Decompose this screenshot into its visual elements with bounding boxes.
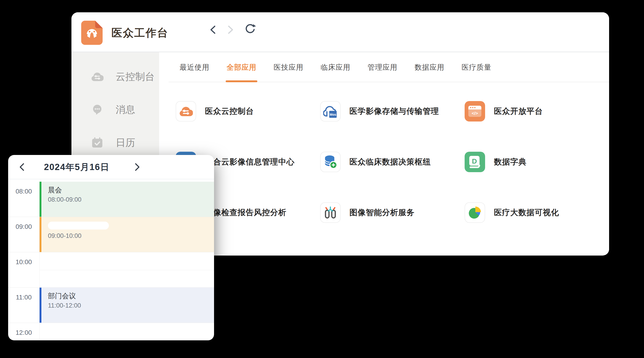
code-window-icon: </> [464, 101, 485, 122]
calendar-row-1000: 10:00 [8, 252, 214, 288]
app-label: 混合云影像信息管理中心 [205, 157, 294, 167]
chevron-right-icon [134, 169, 141, 173]
cloud-sliders-icon [176, 101, 196, 122]
event-title: 晨会 [48, 185, 214, 195]
app-label: 医疗大数据可视化 [494, 207, 559, 218]
app-logo-icon [81, 21, 102, 46]
svg-text:Mos: Mos [330, 113, 336, 116]
tab-data[interactable]: 数据应用 [414, 52, 444, 82]
app-label: 医学影像存储与传输管理 [350, 106, 439, 117]
app-content: 最近使用 全部应用 医技应用 临床应用 管理应用 数据应用 医疗质量 [159, 52, 609, 255]
tab-management[interactable]: 管理应用 [368, 52, 398, 82]
time-label: 10:00 [8, 252, 39, 287]
event-title: 部门会议 [48, 291, 214, 301]
app-clinical-data-hub[interactable]: 医众临床数据决策枢纽 [320, 152, 464, 172]
tab-all-apps[interactable]: 全部应用 [226, 52, 256, 82]
sidebar-item-label: 日历 [116, 136, 135, 149]
app-data-dictionary[interactable]: D 数据字典 [464, 152, 609, 172]
calendar-body: 08:00 晨会 08:00-09:00 09:00 09:00-10:00 [8, 179, 214, 340]
calendar-slot[interactable] [39, 252, 214, 287]
calendar-icon [91, 137, 104, 148]
tabs-bar: 最近使用 全部应用 医技应用 临床应用 管理应用 数据应用 医疗质量 [159, 52, 609, 82]
redacted-title-pill [48, 222, 109, 229]
chevron-left-icon [209, 32, 216, 36]
app-bigdata-viz[interactable]: 医疗大数据可视化 [464, 202, 609, 223]
sidebar-item-messages[interactable]: 消息 [72, 93, 159, 126]
app-pacs[interactable]: Mos 医学影像存储与传输管理 [320, 101, 464, 122]
calendar-slot[interactable]: 09:00-10:00 [39, 217, 214, 252]
app-label: 医众云控制台 [205, 106, 254, 117]
calendar-slot[interactable]: 部门会议 11:00-12:00 [39, 288, 214, 323]
calendar-next-button[interactable] [134, 162, 141, 173]
app-label: 医众开放平台 [494, 106, 543, 117]
cloud-console-icon [91, 72, 104, 82]
chevron-left-icon [18, 169, 25, 173]
app-title: 医众工作台 [112, 26, 168, 40]
app-label: 医众临床数据决策枢纽 [350, 157, 431, 167]
chevron-right-icon [227, 32, 235, 36]
app-label: 数据字典 [494, 157, 526, 167]
calendar-row-0900: 09:00 09:00-10:00 [8, 217, 214, 252]
calendar-prev-button[interactable] [18, 162, 25, 173]
app-open-platform[interactable]: </> 医众开放平台 [464, 101, 609, 122]
event-time: 09:00-10:00 [48, 232, 214, 239]
calendar-date: 2024年5月16日 [30, 155, 123, 179]
dictionary-book-icon: D [464, 152, 485, 172]
app-label: 图像智能分析服务 [350, 207, 414, 218]
tab-medtech[interactable]: 医技应用 [274, 52, 304, 82]
event-redacted[interactable]: 09:00-10:00 [40, 217, 214, 252]
refresh-icon [244, 33, 256, 36]
pie-chart-icon [464, 202, 485, 223]
time-label: 12:00 [8, 323, 39, 340]
calendar-row-1200: 12:00 [8, 323, 214, 340]
tab-quality[interactable]: 医疗质量 [462, 52, 492, 82]
event-department-meeting[interactable]: 部门会议 11:00-12:00 [40, 288, 214, 323]
lungs-ai-icon [320, 202, 340, 223]
event-morning-meeting[interactable]: 晨会 08:00-09:00 [40, 182, 214, 217]
app-image-ai[interactable]: 图像智能分析服务 [320, 202, 464, 223]
forward-button[interactable] [227, 24, 235, 36]
calendar-slot[interactable] [39, 323, 214, 340]
tab-clinical[interactable]: 临床应用 [320, 52, 350, 82]
sidebar-item-label: 消息 [116, 103, 135, 116]
app-grid: 医众云控制台 Mos 医学影像存储与传输管理 [159, 82, 609, 253]
event-time: 11:00-12:00 [48, 302, 214, 309]
window-header: 医众工作台 [72, 12, 609, 52]
app-label: 影像检查报告风控分析 [205, 207, 286, 218]
time-label: 09:00 [8, 217, 39, 252]
calendar-panel: 2024年5月16日 08:00 晨会 08:00-09:00 09:00 [8, 155, 214, 340]
time-label: 11:00 [8, 288, 39, 323]
calendar-slot[interactable]: 晨会 08:00-09:00 [39, 182, 214, 217]
calendar-row-0800: 08:00 晨会 08:00-09:00 [8, 182, 214, 217]
cloud-mos-icon: Mos [320, 101, 340, 122]
svg-text:</>: </> [472, 111, 478, 116]
calendar-row-1100: 11:00 部门会议 11:00-12:00 [8, 288, 214, 323]
sidebar-item-cloud-console[interactable]: 云控制台 [72, 60, 159, 93]
back-button[interactable] [209, 24, 216, 36]
database-plus-icon [320, 152, 340, 172]
calendar-header: 2024年5月16日 [8, 155, 214, 179]
time-label: 08:00 [8, 182, 39, 217]
sidebar-item-label: 云控制台 [116, 70, 155, 83]
app-cloud-console[interactable]: 医众云控制台 [176, 101, 320, 122]
refresh-button[interactable] [244, 24, 256, 36]
tab-recent[interactable]: 最近使用 [180, 52, 210, 82]
desktop-background: 医众工作台 [0, 0, 644, 358]
sidebar-item-calendar[interactable]: 日历 [72, 126, 159, 159]
svg-text:D: D [472, 157, 477, 165]
message-icon [91, 104, 104, 115]
event-time: 08:00-09:00 [48, 196, 214, 203]
